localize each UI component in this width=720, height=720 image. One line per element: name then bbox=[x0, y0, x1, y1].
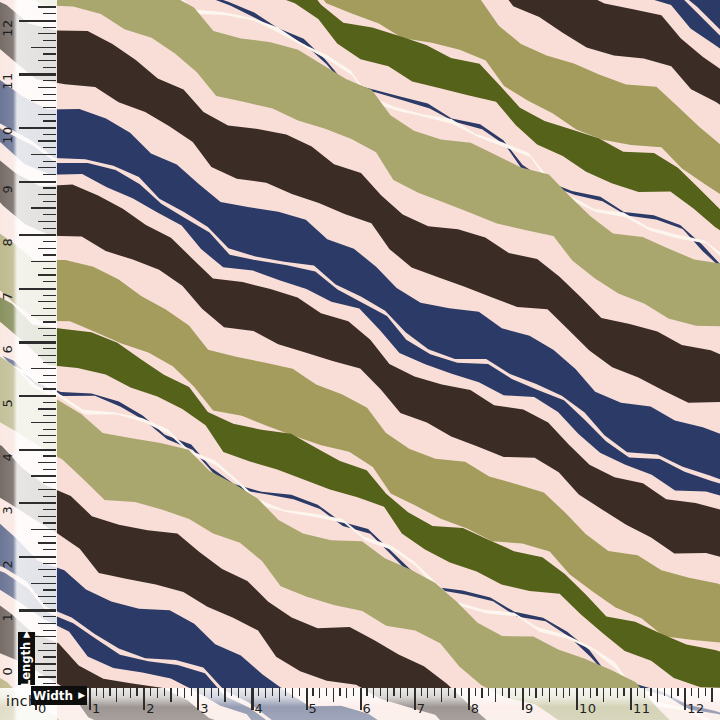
ruler-tick bbox=[43, 13, 56, 14]
ruler-number: 10 bbox=[1, 126, 15, 144]
ruler-number: 10 bbox=[579, 702, 597, 716]
length-label-text: Length bbox=[20, 641, 34, 686]
ruler-tick bbox=[366, 688, 367, 696]
ruler-tick bbox=[38, 6, 56, 7]
width-label-text: Width bbox=[33, 689, 73, 703]
ruler-tick bbox=[508, 688, 509, 698]
ruler-tick bbox=[19, 609, 56, 611]
ruler-tick bbox=[43, 281, 56, 282]
ruler-number: 4 bbox=[1, 448, 15, 466]
ruler-number: 3 bbox=[1, 501, 15, 519]
ruler-tick bbox=[339, 688, 340, 696]
ruler-tick bbox=[31, 529, 56, 530]
ruler-tick bbox=[204, 688, 205, 696]
ruler-tick bbox=[258, 688, 259, 696]
ruler-tick bbox=[43, 241, 56, 242]
ruler-tick bbox=[43, 603, 56, 604]
ruler-tick bbox=[43, 630, 56, 631]
ruler-tick bbox=[285, 688, 286, 696]
ruler-tick bbox=[164, 688, 165, 696]
ruler-tick bbox=[38, 623, 56, 624]
ruler-tick bbox=[19, 234, 56, 236]
ruler-tick bbox=[43, 335, 56, 336]
ruler-tick bbox=[43, 228, 56, 229]
right-arrow-icon: ▶ bbox=[78, 691, 85, 700]
ruler-tick bbox=[38, 274, 56, 275]
ruler-tick bbox=[218, 688, 219, 696]
ruler-tick bbox=[31, 368, 56, 369]
ruler-tick bbox=[38, 87, 56, 88]
ruler-tick bbox=[326, 688, 327, 696]
ruler-number: 9 bbox=[1, 180, 15, 198]
ruler-number: 7 bbox=[417, 702, 426, 716]
ruler-number: 5 bbox=[1, 394, 15, 412]
ruler-tick bbox=[38, 382, 56, 383]
ruler-tick bbox=[19, 449, 56, 451]
ruler-tick bbox=[38, 489, 56, 490]
ruler-number: 12 bbox=[1, 19, 15, 37]
ruler-tick bbox=[38, 435, 56, 436]
ruler-tick bbox=[31, 475, 56, 476]
ruler-tick bbox=[211, 688, 212, 698]
ruler-tick bbox=[89, 688, 91, 710]
ruler-tick bbox=[495, 688, 496, 702]
ruler-tick bbox=[427, 688, 428, 698]
ruler-tick bbox=[43, 40, 56, 41]
ruler-tick bbox=[38, 301, 56, 302]
ruler-tick bbox=[19, 556, 56, 558]
ruler-tick bbox=[434, 688, 435, 696]
ruler-tick bbox=[43, 536, 56, 537]
ruler-tick bbox=[103, 688, 104, 698]
ruler-tick bbox=[19, 395, 56, 397]
ruler-tick bbox=[333, 688, 334, 702]
ruler-tick bbox=[38, 462, 56, 463]
ruler-tick bbox=[43, 496, 56, 497]
ruler-tick bbox=[38, 408, 56, 409]
ruler-tick bbox=[279, 688, 280, 702]
ruler-tick bbox=[441, 688, 442, 702]
ruler-tick bbox=[38, 516, 56, 517]
unit-label: inch bbox=[6, 693, 37, 709]
ruler-tick bbox=[43, 321, 56, 322]
ruler-tick bbox=[43, 308, 56, 309]
ruler-tick bbox=[224, 688, 225, 702]
ruler-tick bbox=[43, 589, 56, 590]
ruler-tick bbox=[38, 33, 56, 34]
ruler-tick bbox=[31, 47, 56, 48]
ruler-number: 4 bbox=[254, 702, 263, 716]
fabric-pattern bbox=[0, 0, 720, 720]
ruler-tick bbox=[136, 688, 137, 696]
ruler-tick bbox=[38, 60, 56, 61]
ruler-tick bbox=[43, 187, 56, 188]
ruler-number: 7 bbox=[1, 287, 15, 305]
ruler-tick bbox=[245, 688, 246, 696]
ruler-tick bbox=[373, 688, 374, 698]
ruler-tick bbox=[43, 80, 56, 81]
ruler-tick bbox=[43, 120, 56, 121]
ruler-tick bbox=[38, 167, 56, 168]
ruler-tick bbox=[542, 688, 543, 696]
ruler-number: 1 bbox=[92, 702, 101, 716]
ruler-tick bbox=[265, 688, 266, 698]
width-label: Width ▶ bbox=[31, 686, 87, 705]
ruler-number: 12 bbox=[687, 702, 705, 716]
ruler-tick bbox=[677, 688, 678, 696]
ruler-tick bbox=[38, 355, 56, 356]
ruler-tick bbox=[312, 688, 313, 696]
ruler-tick bbox=[43, 388, 56, 389]
ruler-tick bbox=[123, 688, 124, 696]
ruler-tick bbox=[691, 688, 692, 696]
ruler-tick bbox=[43, 362, 56, 363]
ruler-tick bbox=[43, 415, 56, 416]
ruler-tick bbox=[650, 688, 651, 696]
ruler-tick bbox=[43, 509, 56, 510]
ruler-number: 8 bbox=[1, 233, 15, 251]
ruler-tick bbox=[414, 688, 416, 710]
ruler-tick bbox=[448, 688, 449, 696]
ruler-tick bbox=[43, 134, 56, 135]
ruler-tick bbox=[671, 688, 672, 698]
ruler-tick bbox=[319, 688, 320, 698]
ruler-tick bbox=[38, 328, 56, 329]
ruler-tick bbox=[617, 688, 618, 698]
ruler-tick bbox=[38, 194, 56, 195]
